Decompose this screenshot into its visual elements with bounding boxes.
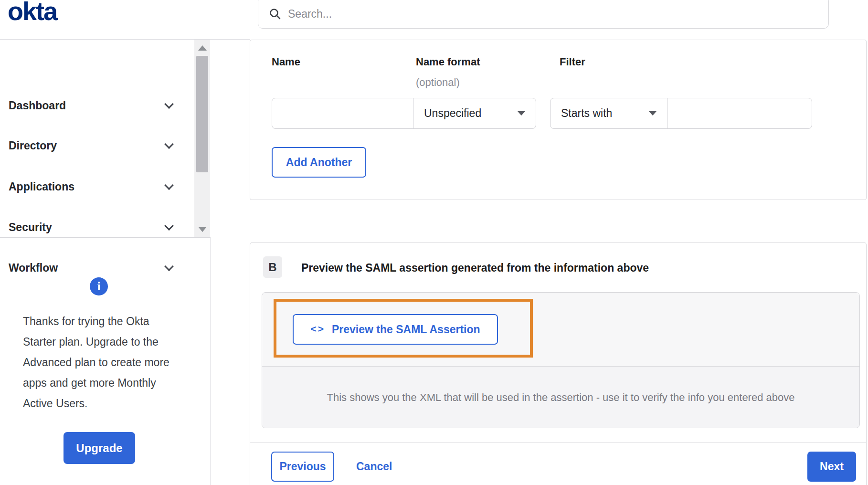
preview-assertion-card: B Preview the SAML assertion generated f… [250,242,867,485]
scroll-up-icon [198,45,207,51]
filter-type-value: Starts with [561,107,612,120]
okta-logo: okta [8,0,57,26]
preview-description-area: This shows you the XML that will be used… [262,367,859,428]
dropdown-caret-icon [649,111,656,116]
preview-button-label: Preview the SAML Assertion [332,323,480,336]
step-b-badge: B [263,256,282,278]
scroll-down-icon [198,227,207,232]
sidebar-nav: Dashboard Directory Applications Securit… [0,40,211,238]
search-input[interactable] [288,8,819,21]
section-title: Preview the SAML assertion generated fro… [301,262,649,274]
filter-type-dropdown[interactable]: Starts with [550,98,667,129]
code-icon: <> [310,323,325,335]
sidebar-item-applications[interactable]: Applications [0,174,194,199]
sidebar-item-label: Applications [9,180,74,193]
chevron-down-icon [164,221,174,231]
sidebar-item-workflow[interactable]: Workflow [0,255,194,280]
preview-description: This shows you the XML that will be used… [327,391,795,404]
sidebar-scrollbar[interactable] [194,40,210,237]
chevron-down-icon [164,99,174,109]
name-column-label: Name [272,56,300,68]
optional-note: (optional) [416,76,460,89]
filter-column-label: Filter [560,56,585,68]
scrollbar-thumb[interactable] [196,56,208,172]
upgrade-button[interactable]: Upgrade [64,432,135,464]
sidebar-item-directory[interactable]: Directory [0,133,194,158]
chevron-down-icon [164,262,174,271]
sidebar-item-label: Dashboard [9,99,66,112]
sidebar-item-label: Directory [9,139,57,152]
filter-value-input[interactable] [667,98,812,129]
search-icon [269,8,281,20]
global-search[interactable] [258,0,829,29]
scroll-up-button[interactable] [194,41,210,55]
okta-admin-wizard-page: okta Dashboard Directory Applications Se… [0,0,868,485]
sidebar-item-security[interactable]: Security [0,215,194,240]
promo-message: Thanks for trying the Okta Starter plan.… [23,311,184,414]
sidebar-item-dashboard[interactable]: Dashboard [0,93,194,118]
sidebar-item-label: Security [9,221,52,234]
chevron-down-icon [164,180,174,190]
preview-saml-assertion-button[interactable]: <> Preview the SAML Assertion [293,314,498,345]
sidebar-item-label: Workflow [9,262,58,274]
name-format-column-label: Name format [416,56,480,68]
name-format-value: Unspecified [424,107,481,120]
attribute-statements-card: Name Name format (optional) Filter Unspe… [250,40,867,200]
dropdown-caret-icon [518,111,525,116]
next-button[interactable]: Next [807,452,856,482]
previous-button[interactable]: Previous [271,452,334,482]
scroll-down-button[interactable] [194,222,210,236]
chevron-down-icon [164,139,174,149]
name-format-dropdown[interactable]: Unspecified [413,98,536,129]
add-another-button[interactable]: Add Another [272,147,366,178]
preview-button-area: <> Preview the SAML Assertion [262,293,859,367]
footer-divider [250,442,866,443]
attribute-name-input[interactable] [272,98,413,129]
preview-panel: <> Preview the SAML Assertion This shows… [262,292,860,428]
cancel-link[interactable]: Cancel [356,452,392,482]
info-icon: i [90,277,108,295]
